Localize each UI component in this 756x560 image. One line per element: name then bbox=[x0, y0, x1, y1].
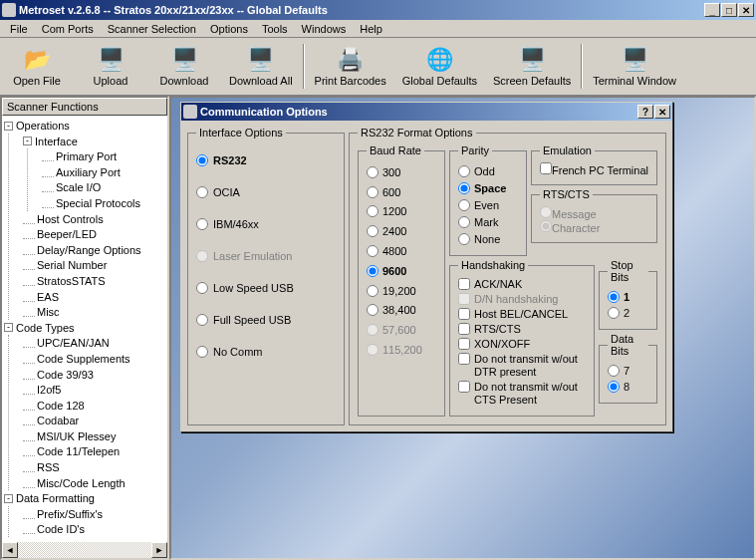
tree-label[interactable]: Codabar bbox=[37, 415, 79, 426]
tree-scrollbar-h[interactable]: ◄ ► bbox=[2, 542, 167, 558]
baud-600-input[interactable] bbox=[367, 186, 378, 198]
databits-8-input[interactable] bbox=[608, 381, 620, 393]
hand-rts-cts-input[interactable] bbox=[458, 323, 470, 335]
stop-1-input[interactable] bbox=[608, 291, 620, 303]
baud-19-200-input[interactable] bbox=[367, 285, 378, 297]
tree-toggle-icon[interactable]: - bbox=[23, 137, 32, 145]
iface-rs232-input[interactable] bbox=[196, 154, 208, 166]
tree-leaf[interactable]: I2of5 bbox=[23, 382, 165, 398]
tree-label[interactable]: Code 11/Telepen bbox=[37, 445, 120, 457]
tree-node[interactable]: -Data Formatting bbox=[4, 490, 165, 506]
child-titlebar[interactable]: Communication Options ? ✕ bbox=[181, 103, 672, 121]
scroll-left-button[interactable]: ◄ bbox=[2, 542, 18, 558]
iface-no-comm-input[interactable] bbox=[196, 346, 208, 358]
hand-host-bel-cancel-input[interactable] bbox=[458, 308, 470, 320]
tree-label[interactable]: Primary Port bbox=[56, 150, 117, 162]
tree-label[interactable]: Beeper/LED bbox=[37, 228, 97, 240]
tree-label[interactable]: Operations bbox=[16, 120, 70, 132]
tree-leaf[interactable]: Code ID's bbox=[23, 521, 165, 537]
tree-label[interactable]: Special Protocols bbox=[56, 197, 140, 209]
tool-download-all[interactable]: 🖥️Download All bbox=[221, 40, 301, 93]
tree-toggle-icon[interactable]: - bbox=[4, 122, 13, 131]
tree-leaf[interactable]: Auxiliary Port bbox=[42, 164, 165, 180]
hand-do-not-transmit-w-out-cts-present-input[interactable] bbox=[458, 381, 470, 393]
tree-label[interactable]: EAS bbox=[37, 290, 59, 302]
scroll-right-button[interactable]: ► bbox=[151, 542, 167, 558]
tree-label[interactable]: StratosSTATS bbox=[37, 275, 106, 287]
iface-ocia-input[interactable] bbox=[196, 186, 208, 198]
scroll-track[interactable] bbox=[18, 542, 151, 558]
tool-open-file[interactable]: 📂Open File bbox=[0, 40, 74, 93]
menu-tools[interactable]: Tools bbox=[256, 22, 294, 36]
tree-leaf[interactable]: Code 11/Telepen bbox=[23, 443, 165, 459]
tree-leaf[interactable]: MSI/UK Plessey bbox=[23, 428, 165, 444]
emu-french-pc-terminal-input[interactable] bbox=[540, 162, 552, 174]
baud-9600-input[interactable] bbox=[367, 265, 378, 277]
child-close-button[interactable]: ✕ bbox=[654, 105, 670, 119]
hand-ack-nak-input[interactable] bbox=[458, 278, 470, 290]
tree-node[interactable]: -Code Types bbox=[4, 320, 165, 336]
baud-1200-input[interactable] bbox=[367, 205, 378, 217]
iface-low-speed-usb-input[interactable] bbox=[196, 282, 208, 294]
tree-label[interactable]: Code 128 bbox=[37, 399, 85, 411]
tree-leaf[interactable]: Special Protocols bbox=[42, 195, 165, 211]
tree-label[interactable]: RSS bbox=[37, 461, 60, 473]
maximize-button[interactable]: □ bbox=[721, 3, 737, 17]
tree-panel[interactable]: Scanner Functions -Operations-InterfaceP… bbox=[0, 96, 169, 560]
baud-2400-input[interactable] bbox=[367, 225, 378, 237]
menu-scanner-selection[interactable]: Scanner Selection bbox=[102, 22, 202, 36]
tree-leaf[interactable]: UPC/EAN/JAN bbox=[23, 335, 165, 351]
hand-do-not-transmit-w-out-dtr-present-input[interactable] bbox=[458, 353, 470, 365]
tree-leaf[interactable]: Codabar bbox=[23, 413, 165, 428]
child-help-button[interactable]: ? bbox=[637, 105, 653, 119]
tree-label[interactable]: Code 39/93 bbox=[37, 368, 94, 380]
tree-leaf[interactable]: Misc/Code Length bbox=[23, 475, 165, 491]
menu-file[interactable]: File bbox=[4, 22, 34, 36]
tree-label[interactable]: Delay/Range Options bbox=[37, 243, 141, 255]
tree-leaf[interactable]: Code 39/93 bbox=[23, 367, 165, 383]
menu-options[interactable]: Options bbox=[204, 22, 254, 36]
tree-label[interactable]: Misc/Code Length bbox=[37, 476, 126, 488]
menu-windows[interactable]: Windows bbox=[296, 22, 353, 36]
tree-label[interactable]: Code ID's bbox=[37, 523, 85, 535]
tree-label[interactable]: Code Supplements bbox=[37, 353, 130, 365]
tree-leaf[interactable]: Code Supplements bbox=[23, 351, 165, 367]
menu-help[interactable]: Help bbox=[354, 22, 388, 36]
tool-upload[interactable]: 🖥️Upload bbox=[74, 40, 147, 93]
tree-leaf[interactable]: Host Controls bbox=[23, 211, 165, 227]
tree-leaf[interactable]: Delay/Range Options bbox=[23, 242, 165, 258]
tree-leaf[interactable]: Prefix/Suffix's bbox=[23, 506, 165, 522]
tool-global-defaults[interactable]: 🌐Global Defaults bbox=[394, 40, 485, 93]
tree-label[interactable]: Prefix/Suffix's bbox=[37, 507, 103, 519]
tree-leaf[interactable]: Code 128 bbox=[23, 398, 165, 414]
stop-2-input[interactable] bbox=[608, 307, 620, 319]
tool-terminal-window[interactable]: 🖥️Terminal Window bbox=[585, 40, 684, 93]
tool-screen-defaults[interactable]: 🖥️Screen Defaults bbox=[485, 40, 579, 93]
iface-ibm-46xx-input[interactable] bbox=[196, 218, 208, 230]
hand-xon-xoff-input[interactable] bbox=[458, 338, 470, 350]
close-button[interactable]: ✕ bbox=[738, 3, 754, 17]
tree-leaf[interactable]: Misc bbox=[23, 304, 165, 320]
minimize-button[interactable]: _ bbox=[704, 3, 720, 17]
tree-label[interactable]: Scale I/O bbox=[56, 181, 101, 193]
baud-38-400-input[interactable] bbox=[367, 304, 378, 316]
tree-label[interactable]: Data Formatting bbox=[16, 492, 95, 504]
tree-label[interactable]: Code Types bbox=[16, 321, 75, 333]
tree-label[interactable]: UPC/EAN/JAN bbox=[37, 337, 110, 349]
tree-node[interactable]: -Interface bbox=[23, 134, 165, 149]
tree-label[interactable]: Serial Number bbox=[37, 259, 107, 271]
databits-7-input[interactable] bbox=[608, 365, 620, 377]
tool-print-barcodes[interactable]: 🖨️Print Barcodes bbox=[307, 40, 394, 93]
parity-even-input[interactable] bbox=[458, 199, 470, 211]
iface-full-speed-usb-input[interactable] bbox=[196, 314, 208, 326]
parity-space-input[interactable] bbox=[458, 182, 470, 194]
tree-leaf[interactable]: Primary Port bbox=[42, 148, 165, 164]
baud-4800-input[interactable] bbox=[367, 245, 378, 257]
tree-leaf[interactable]: EAS bbox=[23, 289, 165, 305]
tree-label[interactable]: I2of5 bbox=[37, 384, 61, 396]
tree-toggle-icon[interactable]: - bbox=[4, 494, 13, 503]
tool-download[interactable]: 🖥️Download bbox=[147, 40, 221, 93]
tree-leaf[interactable]: Scale I/O bbox=[42, 179, 165, 195]
tree-label[interactable]: Misc bbox=[37, 306, 60, 318]
tree-toggle-icon[interactable]: - bbox=[4, 323, 13, 332]
